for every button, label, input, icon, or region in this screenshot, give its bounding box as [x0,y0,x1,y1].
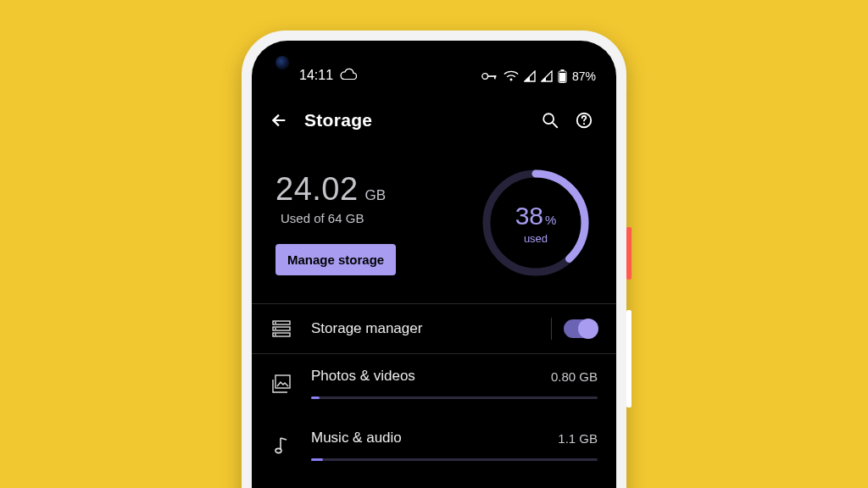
usage-bar [311,396,598,399]
usage-bar [311,458,598,461]
volume-button [626,310,632,408]
svg-rect-2 [494,75,496,79]
page-title: Storage [304,110,533,130]
svg-line-9 [553,123,557,127]
used-subtitle: Used of 64 GB [281,211,396,225]
status-time: 14:11 [299,68,333,83]
search-button[interactable] [533,111,567,130]
storage-summary: 24.02 GB Used of 64 GB Manage storage [252,151,616,303]
svg-point-19 [275,334,276,336]
used-unit: GB [365,187,387,204]
status-bar: 14:11 [252,41,616,86]
usage-ring: 38 % used [479,166,593,280]
battery-icon [558,69,567,83]
row-music-audio[interactable]: Music & audio 1.1 GB [252,411,616,463]
storage-manager-icon [270,320,292,337]
row-label: Music & audio [311,430,402,446]
svg-rect-7 [559,73,565,82]
row-storage-manager[interactable]: Storage manager [252,304,616,353]
used-amount: 24.02 [275,171,359,208]
ring-percent-value: 38 [515,202,543,230]
row-label: Storage manager [311,320,422,337]
help-button[interactable] [567,111,601,130]
storage-manager-toggle[interactable] [564,319,598,338]
ring-sub-label: used [524,232,548,245]
svg-point-8 [543,114,554,124]
svg-point-3 [509,79,512,81]
signal-2-icon [541,70,553,82]
vpn-key-icon [481,71,498,81]
cloud-backup-icon [340,68,357,83]
signal-1-icon [524,70,536,82]
image-icon [270,374,292,393]
content-area: 24.02 GB Used of 64 GB Manage storage [252,151,616,488]
ring-percent-symbol: % [545,213,556,227]
svg-point-18 [275,328,276,330]
power-button [626,227,632,280]
phone-frame: 14:11 [242,30,626,488]
row-label: Photos & videos [311,368,415,385]
screen: 14:11 [252,41,616,488]
row-value: 1.1 GB [558,431,598,446]
row-photos-videos[interactable]: Photos & videos 0.80 GB [252,354,616,411]
row-value: 0.80 GB [551,369,598,384]
wifi-icon [504,70,519,82]
svg-point-21 [275,448,281,452]
music-note-icon [270,436,292,455]
app-bar: Storage [252,100,616,141]
back-button[interactable] [267,111,291,130]
battery-percent: 87% [572,69,596,83]
manage-storage-button[interactable]: Manage storage [275,244,396,275]
svg-point-11 [583,123,585,125]
svg-point-0 [482,74,488,80]
toggle-divider [551,318,552,340]
svg-point-17 [275,322,276,324]
